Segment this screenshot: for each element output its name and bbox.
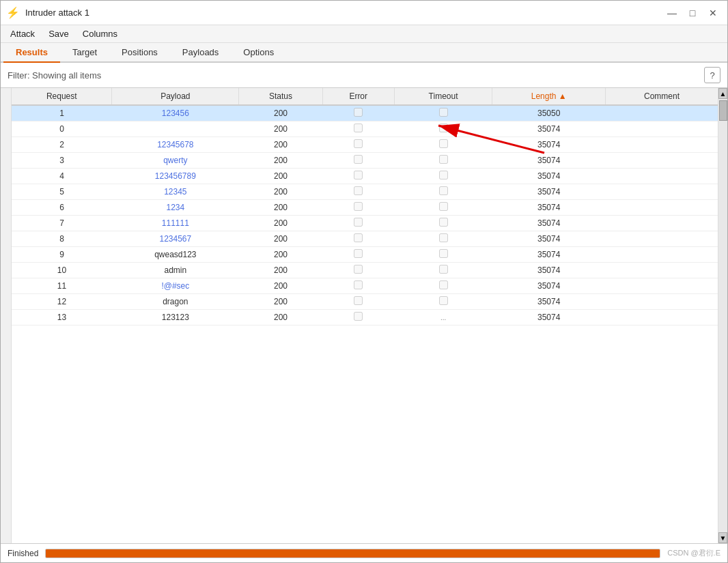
menu-attack[interactable]: Attack: [3, 27, 42, 41]
cell-comment: [605, 310, 718, 326]
table-row[interactable]: 21234567820035074: [12, 137, 718, 153]
table-row[interactable]: 51234520035074: [12, 184, 718, 200]
cell-comment: [605, 105, 718, 121]
cell-error[interactable]: [322, 231, 394, 247]
scroll-up-button[interactable]: ▲: [718, 88, 727, 99]
table-row[interactable]: 11!@#sec20035074: [12, 278, 718, 294]
cell-error[interactable]: [322, 153, 394, 169]
cell-error[interactable]: [322, 105, 394, 121]
cell-timeout[interactable]: [394, 216, 492, 231]
cell-request: 1: [12, 105, 112, 121]
cell-payload: 123123: [112, 310, 239, 326]
table-row[interactable]: 6123420035074: [12, 200, 718, 216]
col-payload[interactable]: Payload: [112, 88, 239, 105]
table-row[interactable]: 12dragon20035074: [12, 294, 718, 310]
vertical-scrollbar[interactable]: ▲ ▼: [718, 88, 727, 543]
table-row[interactable]: 711111120035074: [12, 216, 718, 231]
cell-timeout[interactable]: [394, 231, 492, 247]
cell-timeout[interactable]: [394, 153, 492, 169]
tab-payloads[interactable]: Payloads: [170, 43, 231, 63]
cell-status: 200: [239, 263, 323, 278]
cell-error[interactable]: [322, 263, 394, 278]
cell-comment: [605, 137, 718, 153]
cell-request: 4: [12, 169, 112, 184]
cell-error[interactable]: [322, 310, 394, 326]
cell-length: 35074: [492, 216, 605, 231]
maximize-button[interactable]: □: [684, 5, 701, 20]
cell-error[interactable]: [322, 200, 394, 216]
cell-payload: 12345: [112, 184, 239, 200]
cell-comment: [605, 153, 718, 169]
cell-status: 200: [239, 216, 323, 231]
cell-timeout[interactable]: [394, 294, 492, 310]
cell-timeout[interactable]: ...: [394, 310, 492, 326]
cell-error[interactable]: [322, 121, 394, 137]
cell-timeout[interactable]: [394, 200, 492, 216]
col-request[interactable]: Request: [12, 88, 112, 105]
tab-positions[interactable]: Positions: [109, 43, 170, 63]
cell-request: 7: [12, 216, 112, 231]
app-icon: ⚡: [6, 6, 20, 19]
cell-status: 200: [239, 231, 323, 247]
cell-request: 10: [12, 263, 112, 278]
cell-payload: admin: [112, 263, 239, 278]
cell-timeout[interactable]: [394, 169, 492, 184]
menu-save[interactable]: Save: [42, 27, 76, 41]
menu-columns[interactable]: Columns: [76, 27, 124, 41]
table-row[interactable]: 10admin20035074: [12, 263, 718, 278]
cell-error[interactable]: [322, 169, 394, 184]
table-row[interactable]: 13123123200...35074: [12, 310, 718, 326]
tab-options[interactable]: Options: [231, 43, 286, 63]
cell-error[interactable]: [322, 216, 394, 231]
cell-length: 35074: [492, 200, 605, 216]
tab-results[interactable]: Results: [3, 43, 60, 63]
cell-payload: 111111: [112, 216, 239, 231]
col-comment[interactable]: Comment: [605, 88, 718, 105]
filter-help-button[interactable]: ?: [704, 67, 720, 83]
cell-status: 200: [239, 294, 323, 310]
filter-text: Filter: Showing all items: [8, 70, 704, 81]
scroll-down-button[interactable]: ▼: [718, 532, 727, 543]
cell-request: 3: [12, 153, 112, 169]
cell-timeout[interactable]: [394, 247, 492, 263]
cell-error[interactable]: [322, 278, 394, 294]
cell-timeout[interactable]: [394, 105, 492, 121]
scroll-track[interactable]: [718, 99, 727, 532]
cell-length: 35074: [492, 153, 605, 169]
cell-timeout[interactable]: [394, 263, 492, 278]
col-error[interactable]: Error: [322, 88, 394, 105]
tab-target[interactable]: Target: [60, 43, 109, 63]
cell-length: 35074: [492, 169, 605, 184]
cell-error[interactable]: [322, 137, 394, 153]
cell-length: 35074: [492, 247, 605, 263]
table-row[interactable]: 112345620035050: [12, 105, 718, 121]
cell-request: 0: [12, 121, 112, 137]
cell-comment: [605, 216, 718, 231]
progress-bar-fill: [46, 549, 660, 558]
cell-timeout[interactable]: [394, 137, 492, 153]
table-row[interactable]: 3qwerty20035074: [12, 153, 718, 169]
cell-payload: !@#sec: [112, 278, 239, 294]
col-status[interactable]: Status: [239, 88, 323, 105]
close-button[interactable]: ✕: [704, 5, 722, 20]
col-length[interactable]: Length ▲: [492, 88, 605, 105]
cell-timeout[interactable]: [394, 278, 492, 294]
cell-comment: [605, 169, 718, 184]
table-row[interactable]: 9qweasd12320035074: [12, 247, 718, 263]
table-row[interactable]: 020035074: [12, 121, 718, 137]
col-timeout[interactable]: Timeout: [394, 88, 492, 105]
table-row[interactable]: 8123456720035074: [12, 231, 718, 247]
table-header-row: Request Payload Status Error Timeout Len…: [12, 88, 718, 105]
results-table-container[interactable]: Request Payload Status Error Timeout Len…: [12, 88, 718, 543]
scroll-thumb[interactable]: [719, 100, 727, 121]
minimize-button[interactable]: —: [663, 5, 681, 20]
cell-error[interactable]: [322, 294, 394, 310]
cell-length: 35074: [492, 231, 605, 247]
cell-timeout[interactable]: [394, 121, 492, 137]
cell-comment: [605, 184, 718, 200]
cell-timeout[interactable]: [394, 184, 492, 200]
cell-error[interactable]: [322, 184, 394, 200]
cell-error[interactable]: [322, 247, 394, 263]
cell-length: 35074: [492, 294, 605, 310]
table-row[interactable]: 412345678920035074: [12, 169, 718, 184]
